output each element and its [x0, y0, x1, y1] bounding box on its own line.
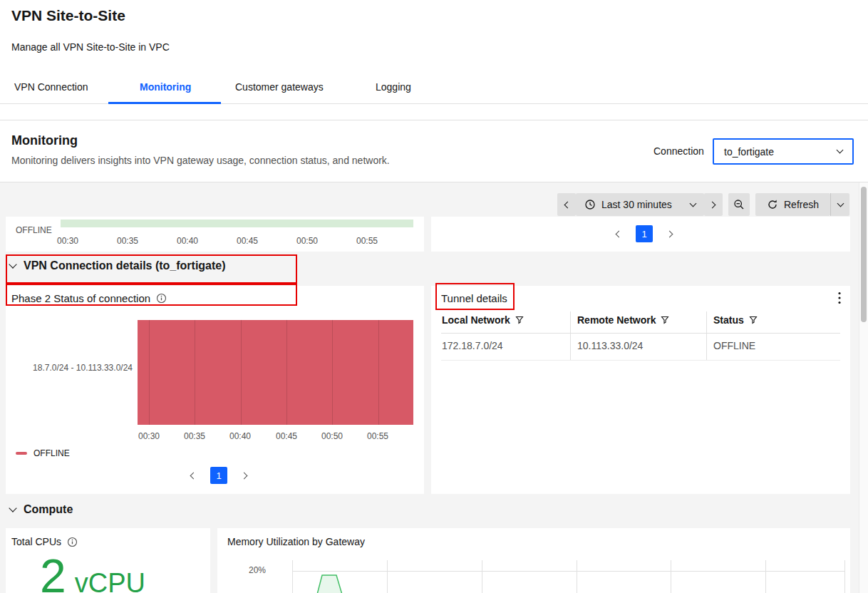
- total-cpus-title-row: Total CPUs: [11, 536, 78, 547]
- monitoring-description: Monitoring delivers insights into VPN ga…: [11, 155, 390, 166]
- x-tick: 00:40: [177, 236, 198, 246]
- info-icon[interactable]: [67, 537, 78, 547]
- total-cpus-unit: vCPU: [75, 568, 145, 593]
- phase2-legend[interactable]: OFFLINE: [16, 448, 70, 458]
- x-tick: 00:40: [229, 431, 251, 441]
- cell-local-network: 172.18.7.0/24: [442, 340, 503, 351]
- status-timeline-bar: [61, 220, 413, 227]
- chevron-down-icon: [690, 200, 697, 207]
- time-range-next-button[interactable]: [704, 193, 723, 216]
- connection-dropdown[interactable]: to_fortigate: [713, 138, 854, 165]
- time-range-prev-button[interactable]: [557, 193, 576, 216]
- total-cpus-title: Total CPUs: [11, 536, 61, 547]
- total-cpus-value: 2: [40, 552, 66, 593]
- chevron-down-icon: [837, 200, 844, 207]
- chart-gridline: [292, 571, 844, 572]
- scrollbar-track[interactable]: [859, 182, 868, 593]
- clock-icon: [584, 199, 596, 210]
- refresh-button[interactable]: Refresh: [755, 193, 830, 216]
- pagination-next-button[interactable]: [237, 467, 254, 484]
- table-row-divider: [441, 360, 840, 361]
- y-tick: 20%: [236, 565, 266, 575]
- chart-gridline: [844, 560, 845, 593]
- info-icon[interactable]: [156, 293, 167, 304]
- overflow-menu-button[interactable]: [830, 289, 849, 307]
- total-cpus-metric: 2 vCPU: [40, 552, 145, 593]
- cell-status: OFFLINE: [713, 340, 755, 351]
- chart-gridline: [765, 560, 766, 593]
- caret-down-icon: [9, 260, 16, 268]
- tunnel-details-card: Tunnel details Local Network Remote Netw…: [431, 286, 850, 494]
- dashboard-content: Last 30 minutes Refresh OFFLINE 00:30 00…: [0, 182, 868, 593]
- monitoring-header: Monitoring Monitoring delivers insights …: [0, 120, 868, 182]
- chevron-right-icon: [666, 230, 673, 237]
- pagination-current-page[interactable]: 1: [636, 225, 653, 242]
- page-subtitle: Manage all VPN Site-to-Site in VPC: [11, 41, 170, 53]
- time-range-dropdown[interactable]: Last 30 minutes: [576, 193, 704, 216]
- column-header-label: Status: [713, 314, 744, 326]
- pagination-prev-button[interactable]: [184, 467, 201, 484]
- chart-gridline: [292, 560, 293, 593]
- filter-icon: [749, 316, 758, 324]
- filter-icon: [515, 316, 524, 324]
- section-compute[interactable]: Compute: [10, 503, 73, 516]
- tab-logging[interactable]: Logging: [376, 81, 411, 93]
- section-title: VPN Connection details (to_fortigate): [24, 259, 226, 272]
- chart-gridline: [241, 320, 242, 425]
- chart-gridline: [671, 560, 671, 593]
- refresh-options-button[interactable]: [830, 193, 849, 216]
- section-vpn-connection-details[interactable]: VPN Connection details (to_fortigate): [10, 259, 226, 272]
- chevron-left-icon: [190, 472, 197, 479]
- tab-customer-gateways[interactable]: Customer gateways: [235, 81, 324, 93]
- time-range-label: Last 30 minutes: [601, 199, 672, 210]
- chart-gridline: [378, 320, 379, 425]
- column-header-label: Local Network: [442, 314, 510, 326]
- connection-dropdown-value: to_fortigate: [724, 146, 774, 158]
- column-header-remote-network[interactable]: Remote Network: [577, 314, 669, 326]
- page-header: VPN Site-to-Site Manage all VPN Site-to-…: [0, 0, 868, 120]
- x-tick: 00:45: [276, 431, 297, 441]
- x-tick: 00:30: [57, 236, 78, 246]
- chevron-down-icon: [837, 147, 844, 154]
- chevron-left-icon: [564, 201, 572, 208]
- x-tick: 00:30: [138, 431, 160, 441]
- section-title: Compute: [24, 503, 73, 516]
- chart-gridline: [286, 320, 287, 425]
- phase1-status-card-partial: OFFLINE 00:30 00:35 00:40 00:45 00:50 00…: [6, 217, 424, 252]
- overflow-menu-icon: [838, 292, 841, 304]
- chart-gridline: [482, 560, 482, 593]
- top-right-card-partial: 1: [431, 217, 850, 252]
- x-tick: 00:55: [356, 236, 378, 246]
- filter-icon: [661, 316, 669, 324]
- x-tick: 00:35: [184, 431, 205, 441]
- pagination-prev-button[interactable]: [609, 225, 626, 242]
- memory-chart-title: Memory Utilization by Gateway: [227, 536, 365, 547]
- scrollbar-thumb[interactable]: [861, 187, 867, 322]
- memory-utilization-card: Memory Utilization by Gateway 20%: [217, 528, 850, 593]
- offline-legend-marker: [16, 452, 27, 455]
- column-divider: [706, 311, 707, 360]
- phase2-card-title: Phase 2 Status of connection: [11, 292, 150, 304]
- pagination-next-button[interactable]: [662, 225, 679, 242]
- offline-legend-label: OFFLINE: [33, 448, 70, 458]
- chart-gridline: [387, 560, 388, 593]
- chart-gridline: [149, 320, 150, 425]
- caret-down-icon: [9, 504, 16, 512]
- column-header-status[interactable]: Status: [713, 314, 758, 326]
- connection-label: Connection: [653, 145, 704, 157]
- column-header-local-network[interactable]: Local Network: [442, 314, 524, 326]
- pagination-current-page[interactable]: 1: [210, 467, 227, 484]
- zoom-out-button[interactable]: [728, 193, 750, 216]
- phase2-card-title-row: Phase 2 Status of connection: [11, 292, 167, 304]
- chevron-right-icon: [709, 201, 716, 208]
- vpn-site-to-site-console: VPN Site-to-Site Manage all VPN Site-to-…: [0, 0, 868, 593]
- phase2-status-card: Phase 2 Status of connection 18.7.0/24 -…: [6, 286, 424, 494]
- cell-remote-network: 10.113.33.0/24: [577, 340, 643, 351]
- phase2-y-category-label: 18.7.0/24 - 10.113.33.0/24: [9, 363, 133, 373]
- column-divider: [570, 311, 571, 360]
- table-header-divider: [441, 333, 840, 334]
- monitoring-heading: Monitoring: [11, 133, 78, 148]
- tab-vpn-connection[interactable]: VPN Connection: [14, 81, 88, 93]
- x-tick: 00:50: [296, 236, 318, 246]
- tab-monitoring[interactable]: Monitoring: [140, 81, 191, 93]
